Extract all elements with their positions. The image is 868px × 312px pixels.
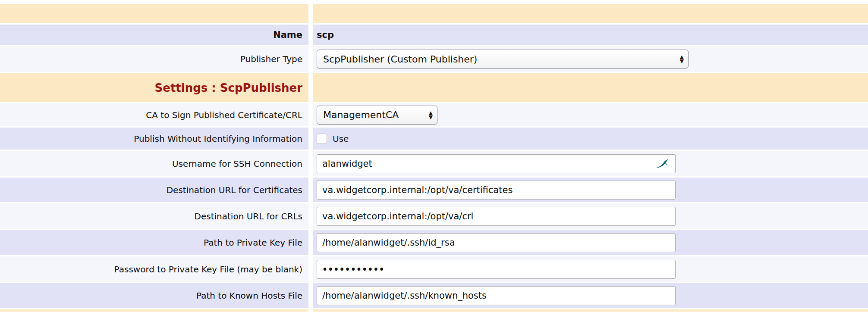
private-key-password-label: Password to Private Key File (may be bla… xyxy=(114,264,302,275)
form-row-cert-url: Destination URL for Certificates xyxy=(0,178,868,202)
cert-url-input[interactable] xyxy=(317,181,676,200)
known-hosts-path-input[interactable] xyxy=(317,286,676,305)
anonymize-checkbox[interactable] xyxy=(317,134,327,144)
crl-url-input[interactable] xyxy=(317,207,676,226)
ca-select[interactable]: ManagementCA ▲ ▼ xyxy=(317,106,437,125)
select-arrows-icon: ▲ ▼ xyxy=(429,111,433,119)
publisher-edit-form: Name scp Publisher Type ScpPublisher (Cu… xyxy=(0,0,868,312)
publisher-type-select[interactable]: ScpPublisher (Custom Publisher) ▲ ▼ xyxy=(317,50,689,69)
settings-heading: Settings : ScpPublisher xyxy=(155,81,302,94)
anonymize-label: Publish Without Identifying Information xyxy=(134,134,302,144)
form-row-ssh-username: Username for SSH Connection xyxy=(0,151,868,176)
form-row-ca: CA to Sign Published Certificate/CRL Man… xyxy=(0,103,868,126)
ssh-username-input[interactable] xyxy=(317,154,676,173)
known-hosts-path-label: Path to Known Hosts File xyxy=(196,290,302,301)
ssh-username-label: Username for SSH Connection xyxy=(172,159,302,169)
form-row-private-key-password: Password to Private Key File (may be bla… xyxy=(0,256,868,282)
private-key-path-label: Path to Private Key File xyxy=(204,237,302,248)
section-settings-header: Settings : ScpPublisher xyxy=(0,73,868,102)
name-label: Name xyxy=(273,30,302,40)
form-row-publisher-type: Publisher Type ScpPublisher (Custom Publ… xyxy=(0,46,868,72)
anonymize-checkbox-label: Use xyxy=(333,134,349,144)
private-key-password-input[interactable] xyxy=(317,260,676,279)
ca-label: CA to Sign Published Certificate/CRL xyxy=(146,110,302,120)
form-row-private-key-path: Path to Private Key File xyxy=(0,230,868,255)
ca-selected-value: ManagementCA xyxy=(323,109,399,120)
publisher-type-label: Publisher Type xyxy=(240,54,302,64)
section-band-top xyxy=(0,4,868,23)
form-row-anonymize: Publish Without Identifying Information … xyxy=(0,128,868,150)
top-spacer xyxy=(0,0,868,4)
form-row-crl-url: Destination URL for CRLs xyxy=(0,203,868,229)
section-band-bottom xyxy=(0,309,868,312)
crl-url-label: Destination URL for CRLs xyxy=(195,211,302,222)
password-manager-autofill-icon[interactable] xyxy=(655,159,669,169)
form-row-name: Name scp xyxy=(0,25,868,45)
name-value: scp xyxy=(317,30,334,40)
publisher-type-selected-value: ScpPublisher (Custom Publisher) xyxy=(323,54,477,65)
form-row-known-hosts-path: Path to Known Hosts File xyxy=(0,283,868,308)
private-key-path-input[interactable] xyxy=(317,233,676,252)
cert-url-label: Destination URL for Certificates xyxy=(167,185,302,195)
select-arrows-icon: ▲ ▼ xyxy=(680,55,684,63)
